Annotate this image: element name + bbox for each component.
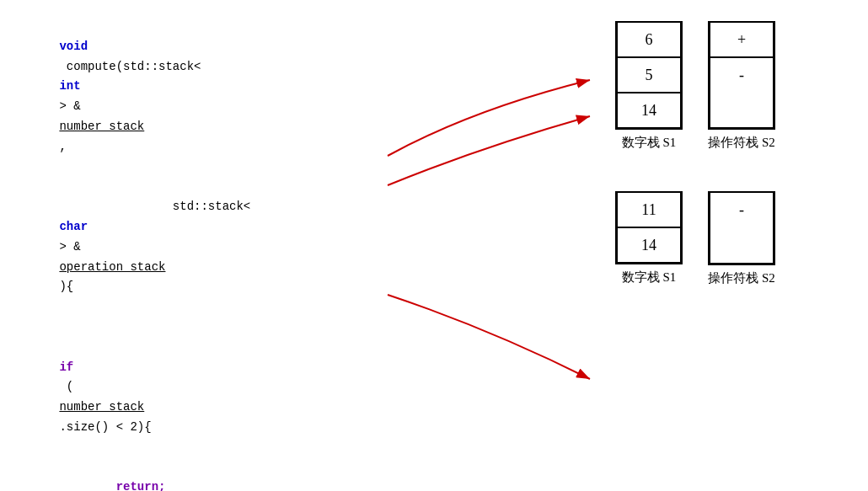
top-number-stack-visual: 6 5 14: [615, 21, 683, 130]
plain-3: > &: [59, 240, 80, 254]
if-kw: [59, 340, 88, 354]
top-op-cell-plus: +: [710, 21, 773, 56]
bottom-op-stack-label: 操作符栈 S2: [708, 270, 775, 286]
bottom-number-stack-visual: 11 14: [615, 191, 683, 264]
plain-2: ,: [59, 140, 66, 153]
bottom-op-stack-group: - 操作符栈 S2: [708, 191, 775, 286]
plain-5: (: [59, 380, 73, 393]
param-number-stack: number_stack: [59, 120, 144, 133]
code-line-2: std::stack< char > & operation_stack ){: [17, 177, 506, 318]
keyword-return: return;: [59, 480, 165, 491]
bottom-number-stack-label: 数字栈 S1: [622, 270, 677, 286]
main-container: void compute(std::stack< int > & number_…: [0, 0, 868, 491]
top-op-cell-minus: -: [710, 56, 773, 92]
code-line-4: return; //处理特殊数据 如 "(1235)": [17, 458, 506, 491]
top-op-stack-visual: + -: [708, 21, 775, 130]
top-number-stack-group: 6 5 14 数字栈 S1: [615, 21, 683, 151]
bottom-number-cell-11: 11: [618, 191, 680, 227]
top-number-cell-14: 14: [618, 92, 680, 127]
keyword-void: void: [59, 40, 88, 53]
top-op-stack-group: + - 操作符栈 S2: [708, 21, 775, 151]
plain-1: > &: [59, 99, 80, 113]
keyword-char: char: [59, 220, 88, 233]
top-op-stack-label: 操作符栈 S2: [708, 135, 775, 151]
code-line-3: if ( number_stack .size() < 2){: [17, 318, 506, 458]
num-stack-ref-1: number_stack: [59, 400, 144, 414]
code-line-1: void compute(std::stack< int > & number_…: [17, 17, 506, 177]
fn-name: compute(std::stack<: [59, 60, 201, 73]
bottom-op-stack-visual: -: [708, 191, 775, 265]
top-number-stack-label: 数字栈 S1: [622, 135, 677, 151]
plain-6: .size() < 2){: [59, 420, 151, 434]
keyword-int: int: [59, 79, 80, 93]
bottom-op-cell-minus: -: [710, 191, 773, 227]
top-stacks-row: 6 5 14 数字栈 S1 + - 操作符栈 S2: [615, 21, 775, 151]
diagrams-panel: 6 5 14 数字栈 S1 + - 操作符栈 S2: [522, 0, 868, 491]
bottom-number-cell-14: 14: [618, 227, 680, 262]
code-panel: void compute(std::stack< int > & number_…: [0, 0, 522, 491]
top-number-cell-6: 6: [618, 21, 680, 56]
plain-4: ){: [59, 280, 73, 293]
keyword-if: if: [59, 360, 73, 374]
indent-2: std::stack<: [59, 200, 250, 213]
top-number-cell-5: 5: [618, 56, 680, 92]
param-op-stack: operation_stack: [59, 260, 165, 274]
bottom-number-stack-group: 11 14 数字栈 S1: [615, 191, 683, 286]
bottom-stacks-row: 11 14 数字栈 S1 - 操作符栈 S2: [615, 191, 775, 286]
